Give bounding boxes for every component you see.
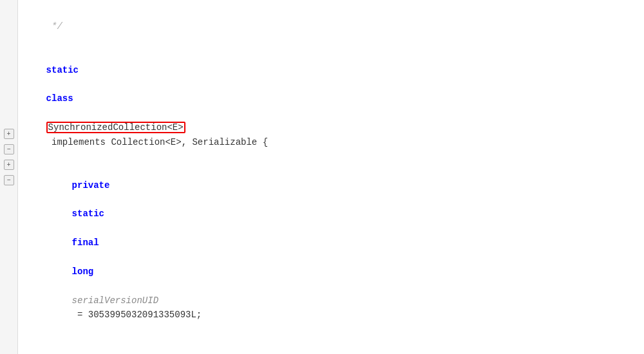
gutter-expand-2[interactable]: +	[4, 160, 14, 170]
serial-eq: = 3053995032091335093L;	[72, 310, 202, 320]
code-line-field-c: final Collection<E> c; // Backing Collec…	[24, 351, 638, 354]
keyword-static: static	[46, 65, 79, 75]
kw-long: long	[72, 266, 94, 277]
space1	[46, 108, 52, 118]
code-line-serial: private static final long serialVersionU…	[24, 163, 638, 337]
class-name-highlight: SynchronizedCollection<E>	[46, 122, 185, 133]
gutter-collapse-1[interactable]: −	[4, 144, 14, 154]
kw-final: final	[72, 238, 99, 248]
code-gutter: + − + −	[0, 0, 18, 354]
kw-static: static	[72, 209, 104, 219]
keyword-class-space	[46, 79, 52, 89]
serial-uid-name: serialVersionUID	[72, 295, 158, 306]
gutter-expand-1[interactable]: +	[4, 129, 14, 139]
s3	[72, 252, 77, 263]
implements-text: implements Collection<E>, Serializable {	[46, 137, 268, 147]
s2	[72, 223, 77, 234]
keyword-class: class	[46, 93, 73, 104]
comment-text: */	[46, 21, 62, 32]
class-name: SynchronizedCollection<E>	[48, 122, 184, 133]
s1	[72, 194, 77, 205]
gutter-collapse-2[interactable]: −	[4, 175, 14, 185]
serial-name	[72, 281, 77, 291]
code-editor: */ static class SynchronizedCollection<E…	[18, 0, 644, 354]
code-line-blank1	[24, 337, 638, 351]
kw-private: private	[72, 180, 110, 191]
code-line-comment-close: */	[24, 5, 638, 48]
code-line-class-decl: static class SynchronizedCollection<E> i…	[24, 48, 638, 163]
